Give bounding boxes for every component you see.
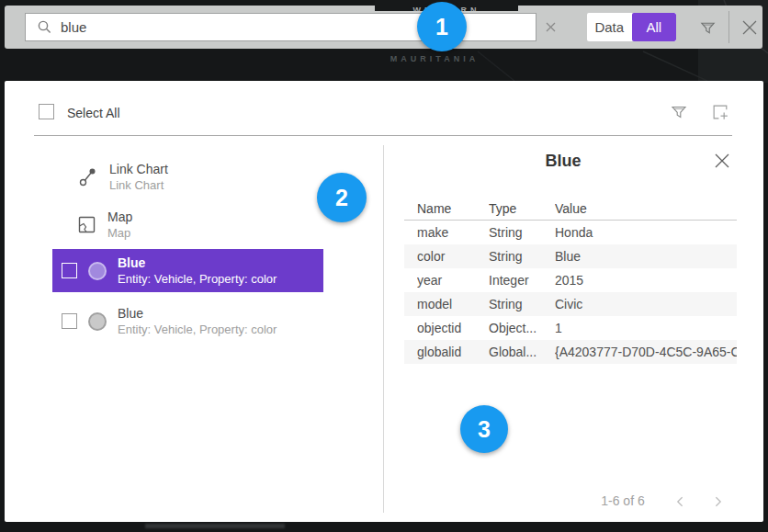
results-panel: Select All xyxy=(5,81,763,522)
table-row: year Integer 2015 xyxy=(404,268,737,292)
callout-1: 1 xyxy=(417,2,467,51)
attribute-table: Name Type Value make String Honda color … xyxy=(404,198,737,364)
item-title: Map xyxy=(107,209,132,224)
callout-3: 3 xyxy=(460,405,508,453)
column-header-value: Value xyxy=(555,201,737,216)
column-header-name: Name xyxy=(417,201,489,216)
close-icon xyxy=(714,153,730,169)
close-icon xyxy=(546,22,556,32)
table-row: model String Civic xyxy=(404,292,737,316)
table-row: color String Blue xyxy=(404,244,737,268)
column-header-type: Type xyxy=(489,201,555,216)
add-selection-button[interactable] xyxy=(709,101,731,123)
table-row: globalid Global... {A4203777-D70D-4C5C-9… xyxy=(404,340,737,364)
chevron-right-icon xyxy=(710,494,725,509)
toolbar-divider xyxy=(728,11,729,43)
map-icon xyxy=(77,214,96,234)
item-subtitle: Link Chart xyxy=(109,178,168,192)
list-item-blue-selected[interactable]: Blue Entity: Vehicle, Property: color xyxy=(52,249,323,292)
pagination-prev-button[interactable] xyxy=(671,492,691,512)
pagination-next-button[interactable] xyxy=(707,492,728,512)
search-toolbar: Data All xyxy=(5,6,762,49)
pagination-label: 1-6 of 6 xyxy=(582,493,664,508)
list-item-link-chart[interactable]: Link Chart Link Chart xyxy=(52,154,323,198)
chevron-left-icon xyxy=(673,494,688,509)
search-icon xyxy=(37,19,52,35)
close-search-button[interactable] xyxy=(735,14,764,41)
item-subtitle: Entity: Vehicle, Property: color xyxy=(118,323,277,336)
item-subtitle: Entity: Vehicle, Property: color xyxy=(118,272,277,286)
item-title: Link Chart xyxy=(109,162,168,176)
item-subtitle: Map xyxy=(107,226,132,240)
item-checkbox[interactable] xyxy=(62,313,77,329)
entity-circle-icon xyxy=(88,312,107,331)
filter-funnel-icon xyxy=(670,103,688,121)
header-divider xyxy=(34,135,732,136)
table-header-row: Name Type Value xyxy=(404,198,737,221)
map-label-smudge xyxy=(145,524,285,528)
entity-circle-icon xyxy=(88,262,107,280)
link-chart-icon xyxy=(78,165,98,187)
list-item-map[interactable]: Map Map xyxy=(52,202,323,246)
item-title: Blue xyxy=(118,306,277,321)
filter-funnel-icon xyxy=(699,19,717,37)
table-row: objectid Object... 1 xyxy=(404,316,737,340)
filter-button[interactable] xyxy=(695,16,720,40)
detail-title: Blue xyxy=(384,152,742,171)
toggle-option-data[interactable]: Data xyxy=(587,13,632,41)
item-title: Blue xyxy=(118,255,277,270)
list-detail-divider xyxy=(383,145,384,513)
list-item-blue[interactable]: Blue Entity: Vehicle, Property: color xyxy=(52,300,323,343)
close-icon xyxy=(740,18,759,37)
select-all-checkbox[interactable] xyxy=(39,104,54,119)
clear-search-button[interactable] xyxy=(536,13,566,41)
toggle-option-all[interactable]: All xyxy=(632,13,677,41)
data-all-toggle: Data All xyxy=(587,13,676,41)
app-window: MAURITANIA WESTERN Data All xyxy=(0,0,768,532)
detail-close-button[interactable] xyxy=(712,151,732,171)
item-checkbox[interactable] xyxy=(62,263,77,278)
add-selection-icon xyxy=(711,103,730,122)
panel-filter-button[interactable] xyxy=(668,101,690,123)
table-row: make String Honda xyxy=(404,221,737,244)
callout-2: 2 xyxy=(317,173,367,222)
map-label-mauritania: MAURITANIA xyxy=(361,54,508,63)
select-all-label: Select All xyxy=(67,106,120,120)
